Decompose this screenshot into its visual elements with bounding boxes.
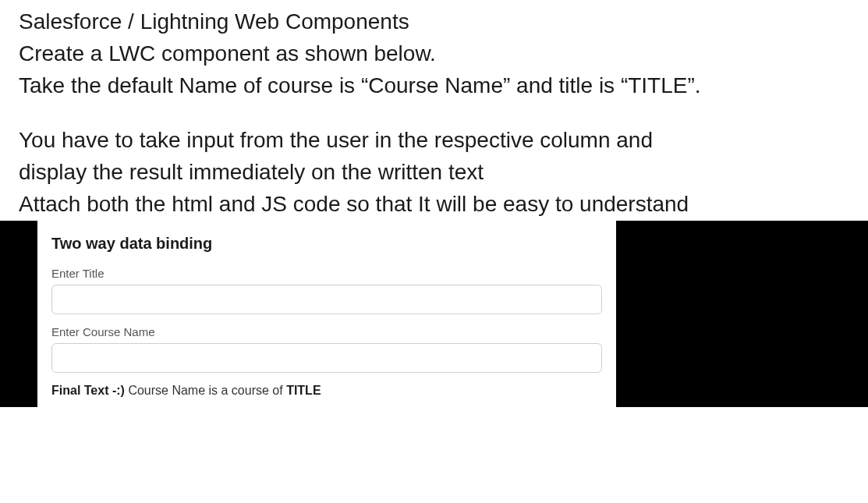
doc-line-1: Salesforce / Lightning Web Components xyxy=(19,6,849,37)
document-text-area: Salesforce / Lightning Web Components Cr… xyxy=(0,0,868,219)
screenshot-left-border xyxy=(0,221,37,407)
card-heading: Two way data binding xyxy=(51,235,602,253)
course-field-block: Enter Course Name xyxy=(51,325,602,373)
final-text-mid: is a course of xyxy=(205,384,286,397)
final-text-line: Final Text -:) Course Name is a course o… xyxy=(51,384,602,398)
title-field-block: Enter Title xyxy=(51,267,602,314)
course-name-input[interactable] xyxy=(51,343,602,373)
doc-line-3: Take the default Name of course is “Cour… xyxy=(19,70,849,101)
screenshot-container: Two way data binding Enter Title Enter C… xyxy=(0,221,868,407)
final-text-title: TITLE xyxy=(286,384,321,397)
title-input[interactable] xyxy=(51,285,602,314)
lwc-card: Two way data binding Enter Title Enter C… xyxy=(37,221,616,407)
doc-line-5: display the result immediately on the wr… xyxy=(19,157,849,187)
final-text-course: Course Name xyxy=(128,384,205,397)
screenshot-right-border xyxy=(616,221,868,407)
final-text-prefix: Final Text -:) xyxy=(51,384,128,397)
blank-line xyxy=(19,103,849,125)
title-field-label: Enter Title xyxy=(51,267,602,280)
doc-line-2: Create a LWC component as shown below. xyxy=(19,38,849,69)
doc-line-4: You have to take input from the user in … xyxy=(19,125,849,155)
doc-line-6: Attach both the html and JS code so that… xyxy=(19,189,849,219)
course-field-label: Enter Course Name xyxy=(51,325,602,338)
